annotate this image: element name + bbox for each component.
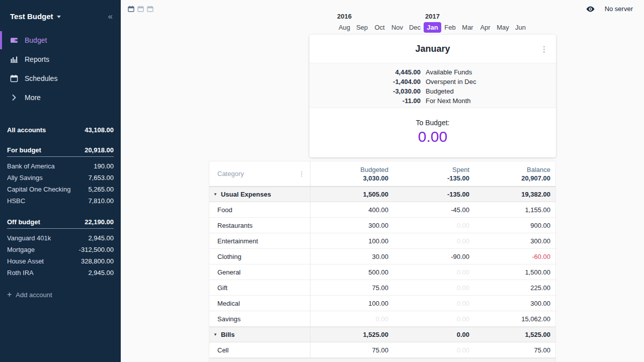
account-row[interactable]: Ally Savings 7,653.00 xyxy=(7,172,114,184)
budget-table-row[interactable]: Restaurants 300.00 0.00 900.00 xyxy=(209,218,555,233)
budget-table-row[interactable]: Entertainment 100.00 0.00 300.00 xyxy=(209,233,555,249)
month-button-selected[interactable]: Jan xyxy=(424,22,441,33)
month-button[interactable]: Aug xyxy=(336,22,353,33)
add-account-button[interactable]: + Add account xyxy=(7,291,114,299)
to-budget-label: To Budget: xyxy=(309,119,556,127)
account-row[interactable]: Mortgage -312,500.00 xyxy=(7,244,114,255)
category-name[interactable]: Savings xyxy=(209,311,310,326)
month-button[interactable]: Dec xyxy=(406,22,424,33)
budget-table-group-row[interactable]: ▼ Bills 1,525.00 0.00 1,525.00 xyxy=(209,327,555,342)
category-menu-icon[interactable]: ⋮ xyxy=(298,170,305,177)
balance-cell[interactable]: -60.00 xyxy=(469,253,550,260)
spent-cell[interactable]: -90.00 xyxy=(388,253,469,260)
budgeted-cell[interactable]: 500.00 xyxy=(310,268,388,276)
category-name[interactable]: Clothing xyxy=(209,249,310,264)
spent-cell[interactable]: 0.00 xyxy=(388,268,469,276)
budget-table-row[interactable]: Savings 0.00 0.00 15,062.00 xyxy=(209,311,555,327)
summary-label: For Next Month xyxy=(426,96,471,106)
account-row[interactable]: Capital One Checking 5,265.00 xyxy=(7,184,114,195)
budget-table-row[interactable]: Cell 75.00 0.00 75.00 xyxy=(209,342,555,358)
sidebar-nav: Budget Reports Schedules More xyxy=(0,31,121,107)
budgeted-cell[interactable]: 100.00 xyxy=(310,237,388,245)
balance-cell[interactable]: 225.00 xyxy=(469,284,550,292)
budget-table-row[interactable]: Food 400.00 -45.00 1,155.00 xyxy=(209,202,555,218)
budget-table-row[interactable]: General 500.00 0.00 1,500.00 xyxy=(209,264,555,280)
balance-cell[interactable]: 15,062.00 xyxy=(469,315,550,323)
sidebar-item-budget[interactable]: Budget xyxy=(0,31,121,50)
category-name[interactable]: Medical xyxy=(209,296,310,311)
budgeted-cell[interactable]: 400.00 xyxy=(310,206,388,214)
account-row[interactable]: HSBC 7,810.00 xyxy=(7,195,114,207)
balance-cell[interactable]: 75.00 xyxy=(469,346,550,354)
month-button[interactable]: Sep xyxy=(353,22,371,33)
spent-cell[interactable]: 0.00 xyxy=(388,315,469,323)
budgeted-cell[interactable]: 75.00 xyxy=(310,284,388,292)
to-budget-section: To Budget: 0.00 xyxy=(309,108,556,145)
account-balance: 190.00 xyxy=(94,162,114,170)
account-row[interactable]: Bank of America 190.00 xyxy=(7,160,114,172)
category-group-name[interactable]: ▼ Bills xyxy=(209,327,310,342)
balance-cell[interactable]: 300.00 xyxy=(469,300,550,307)
sidebar-item-more[interactable]: More xyxy=(0,88,121,107)
show-one-month-button[interactable] xyxy=(128,6,134,12)
spent-cell[interactable]: 0.00 xyxy=(388,222,469,229)
budgeted-cell[interactable]: 75.00 xyxy=(310,346,388,354)
month-button[interactable]: Mar xyxy=(459,22,476,33)
month-card-menu-icon[interactable]: ⋮ xyxy=(540,45,548,53)
budgeted-cell[interactable]: 100.00 xyxy=(310,300,388,307)
spent-cell[interactable]: 0.00 xyxy=(388,300,469,307)
summary-value: 4,445.00 xyxy=(309,67,421,77)
server-status-button[interactable]: No server xyxy=(605,5,633,13)
spent-cell[interactable]: 0.00 xyxy=(388,346,469,354)
balance-cell[interactable]: 900.00 xyxy=(469,222,550,229)
spent-cell[interactable]: -45.00 xyxy=(388,206,469,214)
category-name[interactable]: Gift xyxy=(209,280,310,295)
budget-table-group-row[interactable]: ▼ Usual Expenses 1,505.00 -135.00 19,382… xyxy=(209,187,555,202)
balance-cell[interactable]: 300.00 xyxy=(469,237,550,245)
month-button[interactable]: Apr xyxy=(476,22,494,33)
privacy-eye-icon[interactable] xyxy=(586,6,595,12)
budgeted-cell[interactable]: 300.00 xyxy=(310,222,388,229)
budgeted-cell[interactable]: 30.00 xyxy=(310,253,388,260)
category-name[interactable]: Cell xyxy=(209,342,310,357)
show-two-months-button[interactable] xyxy=(137,6,144,12)
category-group-name[interactable]: ▼ Usual Expenses xyxy=(209,187,310,202)
to-budget-amount[interactable]: 0.00 xyxy=(418,128,447,145)
balance-cell[interactable]: 1,500.00 xyxy=(469,268,550,276)
budget-file-switcher[interactable]: Test Budget xyxy=(10,12,61,21)
sidebar-item-schedules[interactable]: Schedules xyxy=(0,69,121,88)
account-row[interactable]: House Asset 328,800.00 xyxy=(7,255,114,267)
category-name[interactable]: General xyxy=(209,264,310,280)
show-three-months-button[interactable] xyxy=(147,6,153,12)
budget-file-name: Test Budget xyxy=(10,12,53,21)
collapse-triangle-icon[interactable]: ▼ xyxy=(213,332,217,337)
off-budget-row[interactable]: Off budget 22,190.00 xyxy=(7,216,114,229)
account-name: House Asset xyxy=(7,257,44,265)
sidebar-collapse-button[interactable]: « xyxy=(108,12,113,21)
sidebar-header: Test Budget « xyxy=(0,0,121,21)
month-button[interactable]: Feb xyxy=(441,22,459,33)
spent-cell[interactable]: 0.00 xyxy=(388,237,469,245)
category-name[interactable]: Food xyxy=(209,202,310,217)
budget-table-row[interactable]: Clothing 30.00 -90.00 -60.00 xyxy=(209,249,555,264)
sidebar-item-reports[interactable]: Reports xyxy=(0,50,121,69)
account-row[interactable]: Vanguard 401k 2,945.00 xyxy=(7,232,114,244)
month-button[interactable]: Nov xyxy=(388,22,406,33)
category-name[interactable]: Restaurants xyxy=(209,218,310,233)
account-row[interactable]: Roth IRA 2,945.00 xyxy=(7,267,114,279)
month-button[interactable]: Oct xyxy=(371,22,388,33)
category-name[interactable]: Entertainment xyxy=(209,233,310,248)
budgeted-cell: 1,525.00 xyxy=(310,331,388,338)
month-button[interactable]: Jun xyxy=(512,22,529,33)
spent-cell[interactable]: 0.00 xyxy=(388,284,469,292)
balance-cell: 1,525.00 xyxy=(469,331,550,338)
balance-cell[interactable]: 1,155.00 xyxy=(469,206,550,214)
collapse-triangle-icon[interactable]: ▼ xyxy=(213,192,217,197)
month-button[interactable]: May xyxy=(494,22,512,33)
all-accounts-row[interactable]: All accounts 43,108.00 xyxy=(7,124,114,136)
budgeted-cell[interactable]: 0.00 xyxy=(310,315,388,323)
for-budget-row[interactable]: For budget 20,918.00 xyxy=(7,144,114,157)
budget-table-row[interactable]: Gift 75.00 0.00 225.00 xyxy=(209,280,555,296)
column-label: Spent xyxy=(388,166,469,173)
budget-table-row[interactable]: Medical 100.00 0.00 300.00 xyxy=(209,296,555,311)
